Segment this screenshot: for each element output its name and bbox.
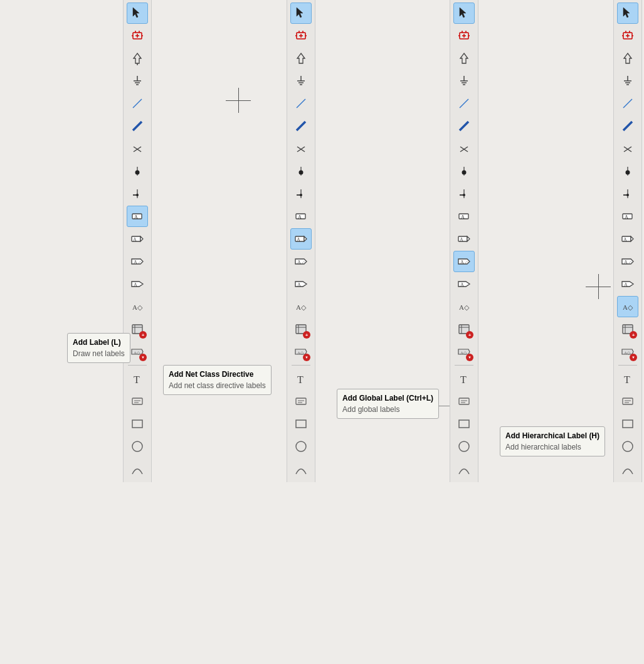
svg-text:A: A xyxy=(461,214,465,220)
text-tool-2[interactable]: T xyxy=(290,368,312,389)
textbox-tool-3[interactable] xyxy=(453,391,475,412)
hier-label-tool-1[interactable]: A xyxy=(127,273,148,295)
import-net-tool-3[interactable]: A◇ xyxy=(453,341,475,362)
wire-thin-tool-1[interactable] xyxy=(127,93,148,114)
cursor-tool-4[interactable] xyxy=(617,3,638,24)
netclass-tool-1[interactable]: A xyxy=(127,228,148,250)
svg-marker-7 xyxy=(134,53,141,63)
wire-thick-tool-3[interactable] xyxy=(453,115,475,137)
import-net-badge-1 xyxy=(139,354,147,361)
hier-label-tool-3[interactable]: A xyxy=(453,273,475,295)
add-symbol-tool-1[interactable] xyxy=(127,25,148,46)
add-power-tool-2[interactable] xyxy=(290,48,312,69)
import-net-badge-3 xyxy=(466,354,473,361)
add-symbol-tool-4[interactable] xyxy=(617,25,638,46)
tooltip-add-label-desc: Draw net labels xyxy=(73,348,125,359)
cursor-tool-1[interactable] xyxy=(127,3,148,24)
textbox-tool-4[interactable] xyxy=(617,391,638,412)
import-sheet-tool-1[interactable] xyxy=(127,319,148,340)
hier-label-tool-4[interactable]: A xyxy=(617,273,638,295)
wire-thin-tool-3[interactable] xyxy=(453,93,475,114)
label-tool-1[interactable]: A xyxy=(127,206,148,227)
net-junction-tool-3[interactable] xyxy=(453,183,475,204)
arc-tool-2[interactable] xyxy=(290,458,312,480)
arc-tool-4[interactable] xyxy=(617,458,638,480)
text-tool-1[interactable]: T xyxy=(127,368,148,389)
svg-text:A: A xyxy=(623,237,627,243)
cursor-tool-2[interactable] xyxy=(290,3,312,24)
wire-thick-tool-2[interactable] xyxy=(290,115,312,137)
textbox-tool-1[interactable] xyxy=(127,391,148,412)
net-directive-tool-1[interactable]: A◇ xyxy=(127,296,148,317)
junction-tool-1[interactable] xyxy=(127,161,148,182)
import-sheet-tool-4[interactable] xyxy=(617,319,638,340)
net-directive-tool-4[interactable]: A◇ xyxy=(617,296,638,317)
textbox-tool-2[interactable] xyxy=(290,391,312,412)
text-tool-3[interactable]: T xyxy=(453,368,475,389)
no-connect-tool-3[interactable] xyxy=(453,138,475,159)
arc-tool-1[interactable] xyxy=(127,458,148,480)
add-power-tool-1[interactable] xyxy=(127,48,148,69)
net-junction-tool-4[interactable] xyxy=(617,183,638,204)
cursor-tool-3[interactable] xyxy=(453,3,475,24)
label-tool-2[interactable]: A xyxy=(290,206,312,227)
circle-tool-4[interactable] xyxy=(617,436,638,457)
svg-text:A: A xyxy=(460,237,463,243)
netclass-tool-2[interactable]: A xyxy=(290,228,312,250)
rectangle-tool-2[interactable] xyxy=(290,413,312,435)
svg-text:A: A xyxy=(624,260,628,265)
add-symbol-tool-3[interactable] xyxy=(453,25,475,46)
import-net-tool-2[interactable]: A◇ xyxy=(290,341,312,362)
circle-tool-2[interactable] xyxy=(290,436,312,457)
wire-thick-tool-4[interactable] xyxy=(617,115,638,137)
rectangle-tool-3[interactable] xyxy=(453,413,475,435)
text-tool-4[interactable]: T xyxy=(617,368,638,389)
netclass-tool-4[interactable]: A xyxy=(617,228,638,250)
label-tool-4[interactable]: A xyxy=(617,206,638,227)
import-net-tool-1[interactable]: A◇ xyxy=(127,341,148,362)
no-connect-tool-2[interactable] xyxy=(290,138,312,159)
global-label-tool-2[interactable]: A◇ xyxy=(290,251,312,272)
ground-tool-2[interactable] xyxy=(290,70,312,92)
import-net-tool-4[interactable]: A◇ xyxy=(617,341,638,362)
add-power-tool-4[interactable] xyxy=(617,48,638,69)
global-label-tool-1[interactable]: A ◇ xyxy=(127,251,148,272)
global-label-tool-3[interactable]: A◇ xyxy=(453,251,475,272)
tooltip-netclass: Add Net Class Directive Add net class di… xyxy=(163,365,272,395)
netclass-tool-3[interactable]: A xyxy=(453,228,475,250)
rectangle-tool-4[interactable] xyxy=(617,413,638,435)
junction-tool-2[interactable] xyxy=(290,161,312,182)
arc-tool-3[interactable] xyxy=(453,458,475,480)
net-directive-tool-3[interactable]: A◇ xyxy=(453,296,475,317)
import-sheet-tool-3[interactable] xyxy=(453,319,475,340)
no-connect-tool-4[interactable] xyxy=(617,138,638,159)
add-symbol-tool-2[interactable] xyxy=(290,25,312,46)
net-junction-tool-2[interactable] xyxy=(290,183,312,204)
wire-thick-tool-1[interactable] xyxy=(127,115,148,137)
ground-tool-1[interactable] xyxy=(127,70,148,92)
circle-tool-1[interactable] xyxy=(127,436,148,457)
svg-rect-171 xyxy=(623,420,633,428)
no-connect-tool-1[interactable] xyxy=(127,138,148,159)
add-power-tool-3[interactable] xyxy=(453,48,475,69)
divider-2 xyxy=(292,365,310,366)
rectangle-tool-1[interactable] xyxy=(127,413,148,435)
junction-tool-3[interactable] xyxy=(453,161,475,182)
svg-point-107 xyxy=(463,194,465,196)
junction-tool-4[interactable] xyxy=(617,161,638,182)
ground-tool-3[interactable] xyxy=(453,70,475,92)
svg-rect-168 xyxy=(623,398,633,404)
circle-tool-3[interactable] xyxy=(453,436,475,457)
svg-text:A: A xyxy=(133,237,137,243)
tooltip-netclass-title: Add Net Class Directive xyxy=(169,369,266,380)
tooltip-hier-label-title: Add Hierarchical Label (H) xyxy=(505,430,599,441)
import-sheet-tool-2[interactable] xyxy=(290,319,312,340)
net-directive-tool-2[interactable]: A◇ xyxy=(290,296,312,317)
label-tool-3[interactable]: A xyxy=(453,206,475,227)
ground-tool-4[interactable] xyxy=(617,70,638,92)
hier-label-tool-2[interactable]: A xyxy=(290,273,312,295)
wire-thin-tool-2[interactable] xyxy=(290,93,312,114)
wire-thin-tool-4[interactable] xyxy=(617,93,638,114)
net-junction-tool-1[interactable] xyxy=(127,183,148,204)
global-label-tool-4[interactable]: A◇ xyxy=(617,251,638,272)
